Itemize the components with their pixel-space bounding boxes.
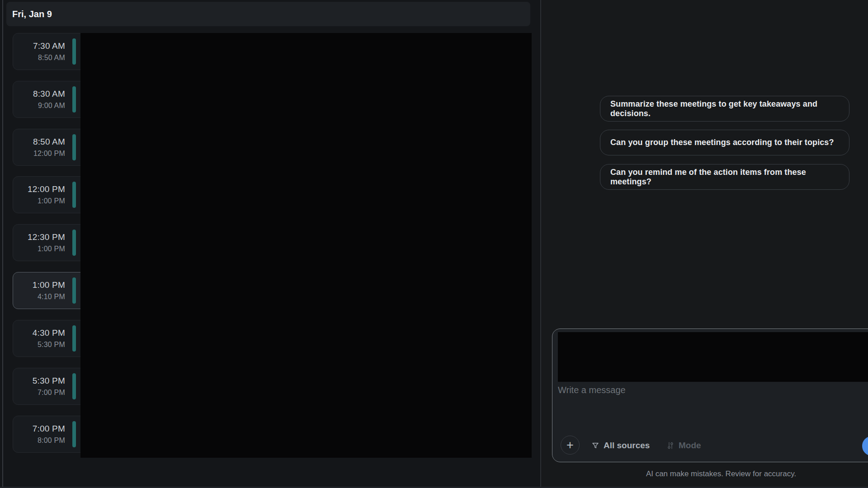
meeting-end-time: 4:10 PM (38, 293, 65, 301)
meeting-times: 12:00 PM 1:00 PM (13, 177, 65, 213)
send-button[interactable] (862, 436, 868, 456)
meeting-times: 7:00 PM 8:00 PM (13, 416, 65, 452)
mode-sliders-icon (666, 441, 675, 450)
meeting-color-bar (72, 38, 76, 65)
meeting-start-time: 12:00 PM (28, 184, 65, 194)
meeting-start-time: 5:30 PM (33, 376, 65, 386)
meeting-start-time: 8:50 AM (33, 137, 65, 147)
suggestion-chip-label: Summarize these meetings to get key take… (610, 99, 849, 118)
app-window: Fri, Jan 9 7:30 AM 8:50 AM 8:30 AM 9:00 … (0, 0, 868, 488)
meeting-times: 7:30 AM 8:50 AM (13, 33, 65, 70)
meeting-color-bar (72, 421, 76, 447)
suggestion-chip-group[interactable]: Can you group these meetings according t… (600, 130, 849, 155)
meeting-times: 8:30 AM 9:00 AM (13, 81, 65, 117)
meeting-color-bar (72, 373, 76, 399)
meeting-start-time: 4:30 PM (33, 328, 65, 338)
meeting-color-bar (72, 277, 76, 304)
meeting-color-bar (72, 182, 76, 208)
meeting-times: 12:30 PM 1:00 PM (13, 225, 65, 261)
meeting-times: 4:30 PM 5:30 PM (13, 320, 65, 357)
sources-filter-button[interactable]: All sources (591, 439, 650, 452)
suggestion-chip-label: Can you remind me of the action items fr… (610, 168, 849, 187)
sources-filter-label: All sources (604, 441, 650, 450)
ai-disclaimer: AI can make mistakes. Review for accurac… (631, 469, 811, 479)
message-input[interactable] (558, 385, 847, 426)
meeting-end-time: 9:00 AM (38, 102, 65, 110)
meeting-end-time: 8:50 AM (38, 54, 65, 62)
meeting-end-time: 7:00 PM (38, 389, 65, 397)
meeting-color-bar (72, 134, 76, 160)
meeting-start-time: 1:00 PM (33, 280, 65, 290)
redacted-region (558, 332, 868, 382)
mode-label: Mode (679, 441, 701, 450)
redacted-region (80, 33, 532, 458)
suggestion-chip-label: Can you group these meetings according t… (610, 138, 834, 147)
meeting-end-time: 5:30 PM (38, 341, 65, 349)
meeting-end-time: 1:00 PM (38, 245, 65, 253)
meeting-times: 5:30 PM 7:00 PM (13, 368, 65, 404)
day-header-label: Fri, Jan 9 (12, 9, 52, 19)
meeting-end-time: 1:00 PM (38, 197, 65, 205)
meeting-color-bar (72, 86, 76, 113)
left-edge-divider (2, 0, 3, 488)
meeting-start-time: 7:30 AM (33, 41, 65, 51)
meeting-times: 8:50 AM 12:00 PM (13, 129, 65, 165)
message-composer: + All sources Mode (552, 328, 868, 462)
meeting-times: 1:00 PM 4:10 PM (13, 272, 65, 309)
meeting-end-time: 12:00 PM (33, 150, 65, 158)
suggestion-chip-action-items[interactable]: Can you remind me of the action items fr… (600, 164, 849, 190)
meeting-color-bar (72, 230, 76, 256)
add-attachment-button[interactable]: + (561, 436, 580, 455)
filter-funnel-icon (591, 441, 599, 450)
mode-button[interactable]: Mode (666, 439, 701, 452)
meeting-start-time: 8:30 AM (33, 89, 65, 99)
meeting-end-time: 8:00 PM (38, 436, 65, 445)
suggestion-chip-summarize[interactable]: Summarize these meetings to get key take… (600, 96, 849, 122)
meeting-start-time: 12:30 PM (28, 232, 65, 242)
day-header: Fri, Jan 9 (6, 2, 530, 26)
meeting-color-bar (72, 325, 76, 352)
meeting-start-time: 7:00 PM (33, 424, 65, 434)
